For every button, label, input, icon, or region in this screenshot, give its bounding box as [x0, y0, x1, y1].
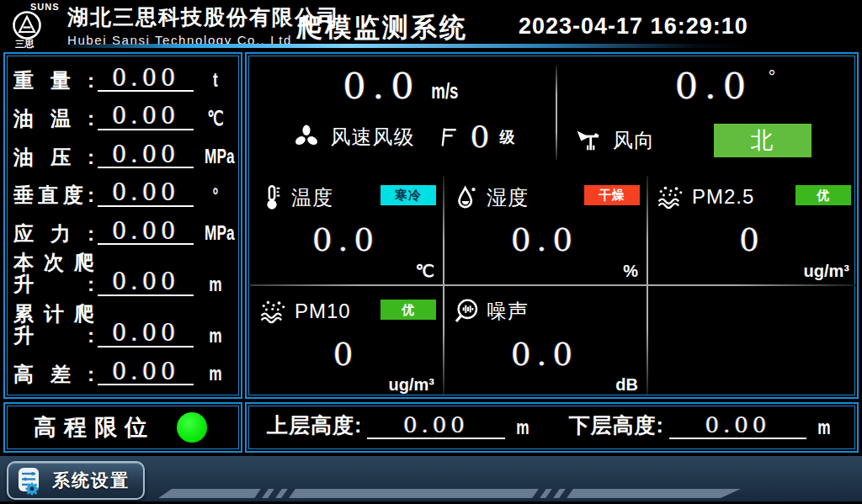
wind-vane-icon [576, 126, 604, 155]
wind-speed-unit: m/s [431, 78, 458, 104]
divider [250, 284, 855, 286]
row-value: 0.00 [98, 270, 194, 295]
header: SUNS 三思 湖北三思科技股份有限公司 Hubei Sansi Technol… [0, 0, 862, 50]
wind-direction-unit: ° [769, 66, 776, 88]
lower-height-group: 下层高度: 0.00 m [569, 411, 838, 444]
cell-empty [646, 284, 858, 398]
layer-heights-panel: 上层高度: 0.00 m 下层高度: 0.00 m [245, 402, 859, 453]
divider [556, 66, 557, 160]
upper-height-group: 上层高度: 0.00 m [267, 411, 535, 444]
row-unit: m [205, 362, 226, 385]
dust-icon [657, 183, 685, 210]
app-screen: SUNS 三思 湖北三思科技股份有限公司 Hubei Sansi Technol… [0, 0, 862, 504]
cell-value: 0 [646, 222, 858, 258]
row-value: 0.00 [98, 143, 194, 168]
wind-section: 0.0 m/s 风速风级 [249, 56, 858, 170]
upper-height-label: 上层高度: [267, 411, 362, 439]
wind-grade-value: 0 [471, 119, 490, 154]
cell-label: PM10 [295, 300, 351, 323]
cell-unit: % [623, 262, 638, 281]
row-unit: m [205, 273, 226, 296]
system-settings-button[interactable]: 系统设置 [7, 461, 145, 500]
row-value: 0.00 [98, 321, 194, 347]
row-stress: 应 力 : 0.00 MPa [13, 214, 231, 252]
row-value: 0.00 [98, 360, 194, 385]
cell-value: 0 [249, 337, 443, 373]
row-value: 0.00 [98, 104, 194, 130]
status-badge-good: 优 [380, 300, 436, 320]
upper-height-unit: m [513, 416, 532, 439]
cell-unit: dB [615, 375, 638, 395]
cell-label: 噪声 [487, 298, 529, 325]
settings-button-label: 系统设置 [52, 469, 130, 492]
cell-noise: 噪声 0.0 dB [443, 284, 646, 398]
thermometer-icon [259, 183, 285, 212]
limit-status-indicator [177, 412, 207, 443]
row-label: 应 力 : [13, 223, 94, 245]
row-label: 重 量 : [13, 70, 94, 92]
cell-pm25: PM2.5 优 0 ug/m³ [646, 170, 858, 284]
cell-value: 0.0 [249, 222, 443, 258]
stripe-gap [558, 488, 573, 499]
row-current-climb: 本次爬升: 0.00 m [13, 252, 231, 303]
cell-unit: ℃ [416, 261, 434, 281]
row-label: 高 差 : [13, 363, 94, 385]
cell-value: 0.0 [443, 337, 646, 373]
elevation-limit-panel: 高程限位 [3, 402, 242, 453]
wind-speed-value: 0.0 [343, 65, 420, 107]
stripe-gap [267, 488, 282, 499]
row-label: 垂直度: [13, 184, 94, 206]
cell-unit: ug/m³ [389, 375, 434, 395]
upper-height-value: 0.00 [367, 412, 504, 439]
row-unit: MPa [205, 145, 226, 168]
cell-label: 湿度 [487, 184, 529, 211]
stripe-gap [545, 488, 560, 499]
wind-direction-cell: 0.0 ° 风向 北 [559, 56, 858, 170]
row-value: 0.00 [98, 66, 194, 92]
row-oil-pressure: 油 压 : 0.00 MPa [13, 137, 231, 175]
droplet-icon [453, 183, 480, 212]
row-unit: t [205, 68, 226, 92]
lower-height-unit: m [815, 416, 833, 439]
cell-pm10: PM10 优 0 ug/m³ [249, 284, 443, 398]
row-weight: 重 量 : 0.00 t [13, 61, 231, 98]
lower-height-label: 下层高度: [569, 411, 664, 439]
row-total-climb: 累计爬升: 0.00 m [13, 303, 231, 354]
wind-speed-label: 风速风级 [331, 124, 415, 151]
row-unit: ℃ [205, 107, 226, 130]
fan-icon [292, 123, 321, 151]
row-unit: m [205, 324, 226, 347]
status-badge-dry: 干燥 [584, 185, 640, 205]
settings-sliders-gear-icon [15, 465, 45, 496]
cell-humidity: 湿度 干燥 0.0 % [443, 170, 646, 284]
row-label: 油 压 : [13, 146, 94, 168]
measurement-panel: 重 量 : 0.00 t 油 温 : 0.00 ℃ 油 压 : 0.00 MPa… [3, 52, 242, 399]
stripe-gap [253, 488, 269, 499]
wind-grade-unit: 级 [499, 127, 514, 147]
row-unit: ° [205, 183, 226, 207]
row-value: 0.00 [98, 220, 194, 245]
row-unit: MPa [205, 221, 226, 245]
row-label: 本次爬升: [13, 252, 94, 296]
cell-label: 温度 [291, 184, 333, 211]
company-logo: SUNS 三思 [7, 1, 64, 50]
logo-cn-text: 三思 [15, 38, 34, 50]
row-value: 0.00 [98, 181, 194, 206]
sansi-logo-icon [12, 10, 42, 40]
row-oil-temp: 油 温 : 0.00 ℃ [13, 98, 231, 136]
row-label: 油 温 : [13, 108, 94, 130]
row-height-diff: 高 差 : 0.00 m [13, 354, 231, 392]
wind-speed-cell: 0.0 m/s 风速风级 [249, 56, 557, 170]
stripe-gap [280, 488, 295, 499]
wind-direction-value: 0.0 [675, 65, 753, 107]
elevation-limit-label: 高程限位 [34, 412, 155, 443]
row-label: 累计爬升: [13, 303, 94, 347]
row-verticality: 垂直度: 0.00 ° [13, 175, 231, 213]
dust-icon [259, 298, 288, 325]
compass-direction-badge: 北 [714, 124, 811, 157]
footer-stripe [158, 489, 741, 498]
cell-value: 0.0 [443, 222, 646, 258]
wind-grade-icon [437, 125, 460, 149]
header-divider [59, 44, 749, 48]
stripe-gap [531, 488, 546, 499]
